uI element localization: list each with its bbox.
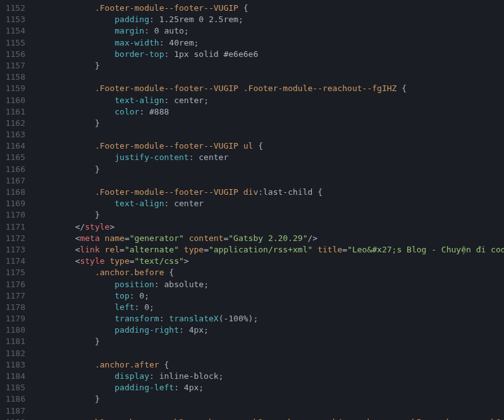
token: =	[204, 245, 209, 254]
code-line[interactable]	[35, 129, 504, 140]
token: h1	[95, 417, 105, 420]
token	[238, 141, 243, 151]
token: h4	[333, 417, 343, 420]
token	[35, 141, 95, 151]
token: =	[125, 233, 130, 243]
line-number: 1183	[3, 359, 25, 371]
code-line[interactable]: .Footer-module--footer--VUGIP ul {	[35, 140, 504, 152]
code-line[interactable]: top: 0;	[35, 290, 504, 302]
code-line[interactable]: h1 .anchor svg, h2 .anchor svg, h3 .anch…	[35, 417, 504, 420]
token: h2	[174, 417, 184, 420]
token: h5	[412, 417, 422, 420]
token	[312, 245, 317, 254]
code-line[interactable]	[35, 175, 504, 187]
code-line[interactable]: transform: translateX(-100%);	[35, 313, 504, 324]
code-line[interactable]: padding-right: 4px;	[35, 324, 504, 336]
line-number: 1163	[3, 129, 25, 140]
code-line[interactable]	[35, 348, 504, 359]
line-number: 1166	[3, 164, 25, 175]
token: .anchor	[268, 417, 303, 420]
token	[35, 199, 114, 208]
code-line[interactable]	[35, 405, 504, 417]
code-editor[interactable]: 1152115311541155115611571158115911601161…	[0, 0, 504, 420]
token: ,	[323, 417, 333, 420]
token: ,	[481, 417, 491, 420]
token	[184, 233, 189, 243]
token	[303, 417, 308, 420]
token: .anchor.before	[95, 268, 164, 277]
token	[35, 222, 75, 232]
token: margin	[114, 26, 144, 35]
code-line[interactable]: .Footer-module--footer--VUGIP .Footer-mo…	[35, 83, 504, 94]
code-line[interactable]: padding: 1.25rem 0 2.5rem;	[35, 14, 504, 25]
line-number: 1171	[3, 221, 25, 233]
token: ,	[243, 417, 254, 420]
code-line[interactable]: .anchor.after {	[35, 359, 504, 371]
code-line[interactable]: }	[35, 60, 504, 71]
line-number: 1182	[3, 348, 25, 359]
token: }	[35, 164, 100, 174]
token: : 1px solid #e6e6e6	[164, 49, 259, 59]
token: div	[243, 187, 258, 197]
token: </	[75, 222, 85, 232]
token	[35, 83, 95, 93]
code-area[interactable]: .Footer-module--footer--VUGIP { padding:…	[30, 0, 504, 420]
code-line[interactable]: <link rel="alternate" type="application/…	[35, 244, 504, 256]
code-line[interactable]: color: #888	[35, 106, 504, 118]
code-line[interactable]: text-align: center;	[35, 95, 504, 106]
token: .anchor	[347, 417, 382, 420]
token: content	[189, 233, 224, 243]
code-line[interactable]	[35, 71, 504, 83]
token: =	[342, 245, 347, 254]
code-line[interactable]: border-top: 1px solid #e6e6e6	[35, 49, 504, 60]
code-line[interactable]: <style type="text/css">	[35, 256, 504, 267]
token: {	[396, 83, 407, 93]
code-line[interactable]: left: 0;	[35, 302, 504, 313]
token	[100, 233, 105, 243]
line-number: 1170	[3, 209, 25, 221]
line-number: 1178	[3, 302, 25, 313]
line-number: 1179	[3, 313, 25, 324]
token: text-align	[114, 199, 164, 208]
code-line[interactable]: position: absolute;	[35, 279, 504, 290]
code-line[interactable]: text-align: center	[35, 198, 504, 209]
line-number: 1175	[3, 267, 25, 278]
code-line[interactable]: justify-content: center	[35, 152, 504, 163]
code-line[interactable]: margin: 0 auto;	[35, 25, 504, 37]
token: svg	[228, 417, 243, 420]
token: : center	[189, 152, 229, 162]
token: transform	[114, 314, 159, 323]
code-line[interactable]: }	[35, 164, 504, 175]
token: color	[114, 107, 139, 116]
token: position	[114, 280, 154, 289]
token	[35, 233, 75, 243]
code-line[interactable]: .Footer-module--footer--VUGIP {	[35, 3, 504, 14]
token: svg	[308, 417, 323, 420]
token: "Gatsby 2.20.29"	[228, 233, 307, 243]
line-number: 1185	[3, 382, 25, 393]
token	[35, 314, 114, 323]
code-line[interactable]: </style>	[35, 221, 504, 233]
token: .Footer-module--reachout--fgIHZ	[243, 83, 397, 93]
token: .anchor.after	[95, 360, 159, 369]
code-line[interactable]: padding-left: 4px;	[35, 382, 504, 393]
token: {	[238, 3, 249, 13]
token	[35, 245, 75, 254]
code-line[interactable]: }	[35, 209, 504, 221]
token: .Footer-module--footer--VUGIP	[95, 83, 238, 93]
code-line[interactable]: .anchor.before {	[35, 267, 504, 278]
code-line[interactable]: display: inline-block;	[35, 371, 504, 382]
code-line[interactable]: <meta name="generator" content="Gatsby 2…	[35, 233, 504, 244]
code-line[interactable]: .Footer-module--footer--VUGIP div:last-c…	[35, 187, 504, 198]
code-line[interactable]: }	[35, 336, 504, 347]
line-number: 1161	[3, 106, 25, 118]
code-line[interactable]: }	[35, 393, 504, 405]
code-line[interactable]: max-width: 40rem;	[35, 37, 504, 49]
code-line[interactable]: }	[35, 118, 504, 129]
line-number: 1153	[3, 14, 25, 25]
token: "text/css"	[135, 256, 184, 266]
token	[35, 96, 114, 105]
line-number: 1159	[3, 83, 25, 94]
token: .anchor	[426, 417, 461, 420]
token: :last-child {	[258, 187, 323, 197]
